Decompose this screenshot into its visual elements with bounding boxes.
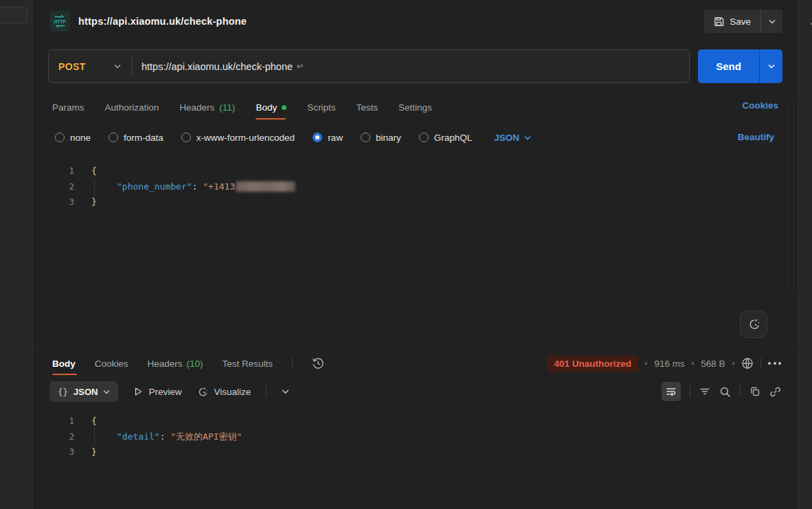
enter-hint-icon: ↵ [297, 61, 304, 71]
request-header: HTTP https://api.xiaomu.uk/check-phone S… [36, 7, 795, 36]
send-button-group: Send [698, 49, 782, 83]
wrap-text-icon [666, 386, 677, 397]
code-line: 3 } [36, 194, 795, 210]
body-type-row: none form-data x-www-form-urlencoded raw… [36, 128, 795, 147]
method-label: POST [58, 61, 86, 72]
body-type-none[interactable]: none [55, 133, 91, 143]
language-selector[interactable]: JSON [494, 133, 531, 143]
line-number: 2 [36, 179, 74, 195]
body-type-form-data[interactable]: form-data [109, 133, 163, 143]
preview-button[interactable]: Preview [133, 387, 181, 397]
tab-authorization[interactable]: Authorization [105, 95, 159, 120]
filter-button[interactable] [699, 386, 710, 397]
request-body-editor[interactable]: 1 { 2 "phone_number": "+1413 3 } [36, 159, 795, 348]
body-type-x-www-form-urlencoded[interactable]: x-www-form-urlencoded [181, 133, 295, 143]
response-format-selector[interactable]: {} JSON [49, 381, 118, 402]
visualize-options-button[interactable] [282, 389, 289, 394]
link-button[interactable] [769, 386, 781, 398]
response-time[interactable]: 916 ms [654, 359, 684, 369]
right-sidebar: ◂ [796, 0, 812, 509]
save-label: Save [730, 16, 751, 27]
line-number: 2 [36, 429, 74, 445]
response-more-options-button[interactable] [768, 362, 781, 365]
globe-icon [741, 357, 754, 370]
request-title: https://api.xiaomu.uk/check-phone [78, 16, 247, 27]
tab-headers[interactable]: Headers (11) [179, 95, 235, 120]
save-button-group: Save [704, 10, 782, 33]
chevron-down-icon [114, 64, 121, 69]
cookies-link[interactable]: Cookies [742, 100, 778, 111]
network-info-button[interactable] [741, 357, 754, 370]
section-divider [36, 347, 795, 348]
code-line: 3 } [36, 444, 795, 460]
copy-button[interactable] [749, 386, 760, 397]
url-input[interactable]: https://api.xiaomu.uk/check-phone ↵ [133, 61, 689, 72]
redacted-phone-value [236, 181, 295, 192]
code-line: 2 "phone_number": "+1413 [36, 179, 795, 195]
link-icon [769, 386, 781, 398]
svg-text:HTTP: HTTP [54, 19, 67, 24]
separator-dot [645, 362, 648, 365]
wrap-text-button[interactable] [662, 382, 681, 401]
copy-icon [749, 386, 760, 397]
code-line: 2 "detail": "无效的API密钥" [36, 429, 795, 445]
beautify-link[interactable]: Beautify [738, 132, 774, 142]
radio-icon [361, 133, 370, 142]
headers-count: (11) [219, 102, 235, 113]
tab-scripts[interactable]: Scripts [307, 95, 335, 120]
chevron-down-icon [768, 64, 775, 69]
divider [266, 386, 267, 397]
response-tab-cookies[interactable]: Cookies [95, 352, 128, 375]
search-button[interactable] [719, 386, 731, 398]
method-selector[interactable]: POST [49, 50, 132, 82]
divider [690, 386, 690, 397]
scrollbar-track[interactable] [788, 103, 794, 294]
radio-icon [181, 133, 191, 142]
line-number: 3 [36, 444, 74, 460]
radio-icon [419, 133, 429, 142]
response-history-button[interactable] [312, 357, 324, 370]
status-badge[interactable]: 401 Unauthorized [547, 356, 638, 372]
tab-tests[interactable]: Tests [356, 95, 378, 120]
body-type-binary[interactable]: binary [361, 133, 401, 143]
line-number: 1 [36, 414, 74, 429]
send-button[interactable]: Send [698, 49, 759, 83]
radio-icon [55, 133, 65, 142]
divider [740, 386, 741, 397]
chevron-down-icon [769, 19, 776, 24]
response-tab-test-results[interactable]: Test Results [223, 352, 273, 375]
response-headers-count: (10) [187, 359, 203, 369]
radio-selected-icon [313, 133, 322, 142]
tab-body[interactable]: Body [256, 95, 286, 120]
body-type-raw[interactable]: raw [313, 133, 343, 143]
divider [292, 358, 293, 369]
chevron-down-icon [282, 389, 289, 394]
ellipsis-icon [768, 362, 781, 365]
visualize-button[interactable]: Visualize [196, 386, 251, 398]
indent-guide [94, 178, 95, 196]
separator-dot [732, 362, 735, 365]
sidebar-collapsed-tab[interactable] [0, 7, 27, 23]
response-tab-headers[interactable]: Headers (10) [148, 352, 203, 375]
postbot-sparkle-icon [747, 317, 760, 331]
url-text: https://api.xiaomu.uk/check-phone [142, 61, 293, 72]
chevron-down-icon [524, 135, 531, 140]
line-number: 1 [36, 163, 74, 179]
history-icon [312, 357, 324, 370]
save-button[interactable]: Save [704, 10, 760, 33]
code-line: 1 { [36, 414, 795, 429]
braces-icon: {} [58, 387, 68, 397]
tab-settings[interactable]: Settings [398, 95, 432, 120]
body-type-graphql[interactable]: GraphQL [419, 133, 473, 143]
response-body-editor[interactable]: 1 { 2 "detail": "无效的API密钥" 3 } [36, 409, 795, 509]
send-options-button[interactable] [759, 49, 782, 83]
response-size[interactable]: 568 B [701, 359, 725, 369]
app-window: ◂ HTTP https://api.xiaomu.uk/check-phone [0, 0, 812, 509]
code-line: 1 { [36, 163, 795, 179]
tab-params[interactable]: Params [52, 95, 84, 120]
response-tab-body[interactable]: Body [52, 352, 76, 375]
separator-dot [692, 362, 695, 365]
save-options-button[interactable] [760, 10, 782, 33]
postbot-button[interactable] [740, 310, 767, 338]
search-icon [719, 386, 731, 398]
